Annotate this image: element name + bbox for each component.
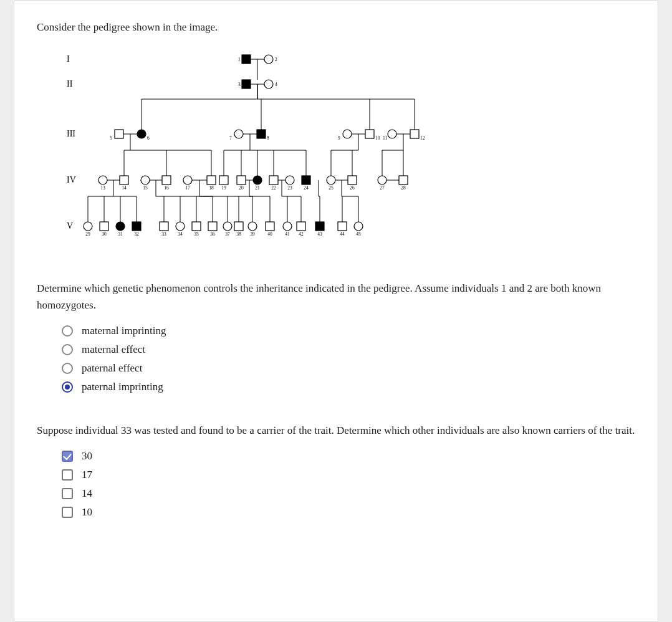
svg-text:18: 18 <box>209 185 214 191</box>
svg-point-25 <box>234 130 243 138</box>
svg-text:III: III <box>67 129 75 138</box>
svg-text:14: 14 <box>122 185 127 191</box>
svg-rect-61 <box>269 176 278 184</box>
radio-indicator <box>62 363 73 374</box>
svg-rect-31 <box>365 130 374 138</box>
svg-text:20: 20 <box>239 185 244 191</box>
svg-text:33: 33 <box>161 231 166 237</box>
svg-point-29 <box>343 130 352 138</box>
radio-option-3[interactable]: paternal imprinting <box>62 381 635 393</box>
radio-label: paternal imprinting <box>82 381 163 393</box>
pedigree-diagram: IIIIIIIVV1234567891011121314151617181920… <box>37 45 635 259</box>
svg-rect-123 <box>266 222 274 231</box>
checkbox-indicator <box>62 488 73 499</box>
svg-text:28: 28 <box>401 185 406 191</box>
svg-text:6: 6 <box>147 135 150 141</box>
svg-rect-129 <box>315 222 324 231</box>
svg-text:36: 36 <box>210 231 215 237</box>
svg-text:I: I <box>67 54 70 64</box>
svg-rect-53 <box>207 176 216 184</box>
svg-text:37: 37 <box>225 231 230 237</box>
question-1-options: maternal imprintingmaternal effectpatern… <box>37 325 635 393</box>
svg-text:5: 5 <box>110 135 112 141</box>
svg-text:11: 11 <box>383 135 387 141</box>
svg-point-117 <box>223 222 232 231</box>
svg-text:43: 43 <box>317 231 322 237</box>
svg-rect-113 <box>192 222 201 231</box>
checkbox-option-0[interactable]: 30 <box>62 450 635 462</box>
checkbox-label: 14 <box>82 487 92 500</box>
svg-point-33 <box>388 130 396 138</box>
svg-text:41: 41 <box>285 231 290 237</box>
svg-point-47 <box>141 176 150 184</box>
svg-text:31: 31 <box>118 231 123 237</box>
svg-text:15: 15 <box>143 185 148 191</box>
svg-point-71 <box>378 176 386 184</box>
svg-point-63 <box>286 176 294 184</box>
svg-rect-6 <box>242 55 251 64</box>
svg-text:27: 27 <box>380 185 385 191</box>
svg-rect-73 <box>399 176 408 184</box>
radio-label: maternal effect <box>82 343 145 356</box>
svg-text:22: 22 <box>271 185 276 191</box>
svg-point-67 <box>327 176 335 184</box>
svg-text:12: 12 <box>420 135 425 141</box>
svg-point-51 <box>183 176 192 184</box>
svg-rect-65 <box>302 176 310 184</box>
checkbox-indicator <box>62 451 73 462</box>
svg-rect-107 <box>132 222 141 231</box>
question-2-options: 30171410 <box>37 450 635 519</box>
svg-text:29: 29 <box>85 231 90 237</box>
svg-rect-57 <box>237 176 246 184</box>
svg-text:7: 7 <box>229 135 232 141</box>
question-2-text: Suppose individual 33 was tested and fou… <box>37 422 635 439</box>
svg-rect-49 <box>162 176 171 184</box>
radio-indicator <box>62 344 73 355</box>
svg-rect-35 <box>410 130 419 138</box>
svg-text:39: 39 <box>250 231 255 237</box>
svg-rect-131 <box>338 222 347 231</box>
svg-text:34: 34 <box>178 231 183 237</box>
radio-option-0[interactable]: maternal imprinting <box>62 325 635 337</box>
checkbox-option-3[interactable]: 10 <box>62 506 635 519</box>
checkbox-option-1[interactable]: 17 <box>62 469 635 481</box>
svg-point-59 <box>253 176 262 184</box>
prompt-text: Consider the pedigree shown in the image… <box>37 19 635 36</box>
svg-rect-115 <box>208 222 217 231</box>
checkbox-option-2[interactable]: 14 <box>62 487 635 500</box>
radio-option-2[interactable]: paternal effect <box>62 362 635 375</box>
checkbox-label: 30 <box>82 450 92 462</box>
svg-text:38: 38 <box>236 231 241 237</box>
svg-text:13: 13 <box>100 185 105 191</box>
checkbox-label: 17 <box>82 469 92 481</box>
svg-text:19: 19 <box>221 185 226 191</box>
svg-text:16: 16 <box>164 185 169 191</box>
radio-option-1[interactable]: maternal effect <box>62 343 635 356</box>
svg-rect-69 <box>348 176 357 184</box>
svg-rect-55 <box>219 176 228 184</box>
svg-text:44: 44 <box>340 231 345 237</box>
svg-rect-27 <box>257 130 266 138</box>
svg-text:45: 45 <box>356 231 361 237</box>
svg-text:4: 4 <box>275 82 277 87</box>
svg-text:30: 30 <box>102 231 107 237</box>
svg-point-101 <box>84 222 92 231</box>
svg-text:24: 24 <box>304 185 309 191</box>
checkbox-indicator <box>62 469 73 481</box>
svg-text:8: 8 <box>267 135 269 141</box>
svg-point-23 <box>137 130 146 138</box>
radio-label: maternal imprinting <box>82 325 166 337</box>
checkbox-indicator <box>62 507 73 518</box>
svg-text:17: 17 <box>185 185 190 191</box>
svg-text:32: 32 <box>134 231 139 237</box>
svg-point-111 <box>176 222 185 231</box>
radio-indicator <box>62 381 73 393</box>
svg-text:40: 40 <box>267 231 272 237</box>
svg-text:10: 10 <box>375 135 380 141</box>
svg-point-125 <box>283 222 292 231</box>
svg-point-13 <box>264 80 273 89</box>
svg-rect-119 <box>234 222 243 231</box>
radio-label: paternal effect <box>82 362 142 375</box>
svg-text:IV: IV <box>67 175 76 184</box>
svg-text:26: 26 <box>350 185 355 191</box>
